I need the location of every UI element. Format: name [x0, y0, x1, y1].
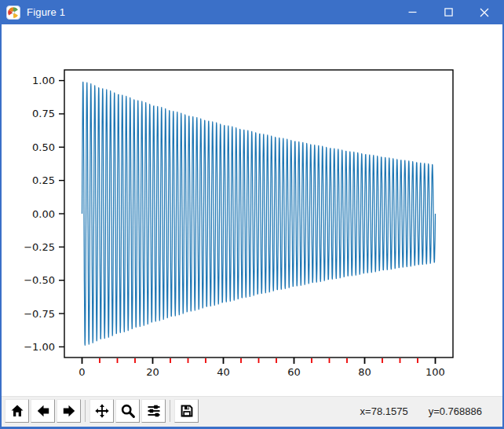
- x-tick-label: 20: [146, 366, 159, 378]
- status-x-value: x=78.1575: [360, 405, 408, 417]
- status-y-value: y=0.768886: [429, 405, 482, 417]
- plot-canvas[interactable]: 1.000.750.500.250.00−0.25−0.50−0.75−1.00…: [2, 24, 502, 396]
- y-tick-label: 0.75: [32, 108, 55, 119]
- y-tick-label: −0.75: [24, 308, 55, 320]
- y-tick-label: −1.00: [24, 341, 55, 353]
- window-title: Figure 1: [27, 6, 65, 18]
- x-tick-label: 100: [425, 366, 445, 378]
- window-controls: [394, 0, 502, 24]
- save-icon: [179, 403, 195, 419]
- y-tick-label: 0.25: [32, 174, 55, 186]
- forward-button[interactable]: [57, 399, 81, 423]
- pan-button[interactable]: [89, 399, 114, 423]
- axes: 1.000.750.500.250.00−0.25−0.50−0.75−1.00…: [2, 24, 502, 396]
- y-tick-label: −0.50: [24, 274, 55, 286]
- toolbar-separator: [85, 400, 86, 422]
- toolbar-separator: [170, 400, 170, 422]
- matplotlib-logo-icon: [6, 6, 20, 20]
- back-button[interactable]: [31, 399, 55, 423]
- y-tick-label: −0.25: [24, 241, 55, 253]
- navigation-toolbar: x=78.1575 y=0.768886: [2, 396, 502, 427]
- titlebar: Figure 1: [2, 0, 502, 24]
- pan-icon: [94, 403, 110, 419]
- home-button[interactable]: [5, 399, 29, 423]
- forward-icon: [61, 403, 77, 419]
- configure-subplots-button[interactable]: [141, 399, 166, 423]
- home-icon: [9, 403, 25, 419]
- back-icon: [35, 403, 51, 419]
- close-icon: [480, 8, 489, 17]
- y-tick-label: 1.00: [32, 75, 55, 86]
- figure-canvas-frame: 1.000.750.500.250.00−0.25−0.50−0.75−1.00…: [2, 24, 502, 427]
- x-tick-label: 0: [79, 366, 85, 378]
- close-button[interactable]: [466, 0, 502, 24]
- x-tick-label: 80: [358, 366, 371, 378]
- x-tick-label: 40: [217, 366, 230, 378]
- figure-window: Figure 1 1.000.750.500.250.00−0.: [0, 0, 504, 429]
- x-tick-label: 60: [287, 366, 301, 378]
- cursor-status: x=78.1575 y=0.768886: [360, 405, 482, 417]
- minimize-icon: [408, 8, 417, 16]
- zoom-button[interactable]: [115, 399, 140, 423]
- minimize-button[interactable]: [394, 0, 430, 24]
- configure-subplots-icon: [146, 403, 162, 419]
- y-tick-label: 0.00: [32, 208, 55, 220]
- maximize-button[interactable]: [430, 0, 466, 24]
- maximize-icon: [444, 8, 453, 16]
- save-button[interactable]: [174, 399, 199, 423]
- zoom-icon: [120, 403, 136, 419]
- waveform-line: [82, 82, 436, 345]
- y-tick-label: 0.50: [32, 141, 55, 153]
